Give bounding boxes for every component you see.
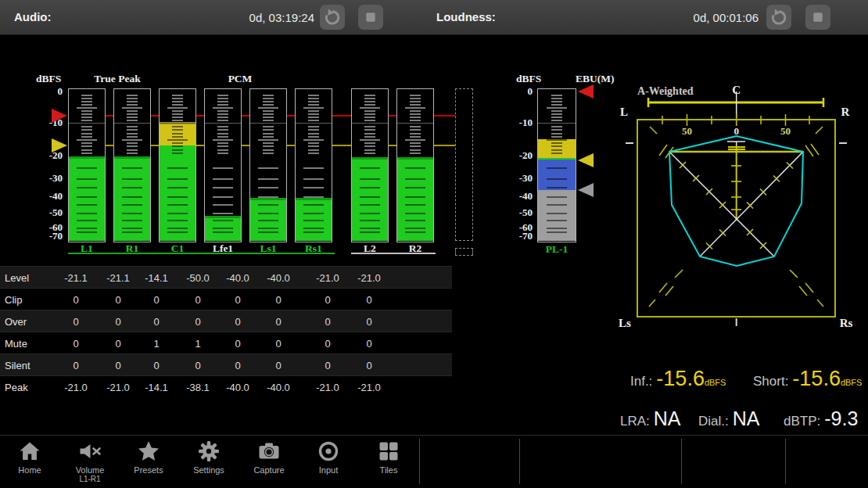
scale-tick: [217, 142, 228, 144]
toolbar-item-settings[interactable]: Settings: [181, 439, 236, 475]
scale-tick: [308, 136, 319, 138]
scale-tick: [114, 123, 150, 124]
meter-column-Ls1: [249, 88, 287, 242]
scale-tick: [360, 231, 380, 233]
toolbar-item-volume[interactable]: VolumeL1-R1: [63, 439, 117, 483]
scale-tick: [410, 149, 421, 151]
scale-tick: [547, 231, 567, 233]
dialog-label: Dial.:: [698, 414, 729, 429]
scale-tick: [172, 136, 183, 138]
scale-tick: [263, 152, 274, 154]
scale-tick: [213, 167, 233, 169]
scale-tick: [551, 145, 562, 147]
scale-tick: [160, 123, 195, 124]
scale-tick: [172, 113, 183, 115]
scale-tick: [81, 117, 92, 118]
scale-tick: [360, 167, 380, 169]
toolbar-item-home[interactable]: Home: [2, 439, 57, 475]
scale-tick: [217, 110, 228, 112]
scale-tick: [172, 142, 183, 144]
scale-tick: [205, 123, 241, 124]
stats-cell: 0: [257, 316, 299, 328]
scale-tick: [405, 196, 425, 198]
scale-tick: [172, 101, 183, 102]
stats-cell: -50.0: [177, 272, 219, 284]
bottom-toolbar: HomeVolumeL1-R1PresetsSettingsCaptureInp…: [0, 435, 868, 488]
scale-tick: [364, 98, 375, 99]
dbtp-value: -9.3: [824, 407, 858, 430]
meter-scale-label: -50: [23, 206, 63, 219]
scale-tick: [217, 98, 228, 99]
scale-tick: [127, 142, 138, 144]
loudness-scale-label: -40: [500, 190, 533, 203]
scale-tick: [263, 117, 274, 118]
scale-tick: [263, 126, 274, 127]
right-surround-label: Rs: [840, 317, 853, 329]
scale-tick: [263, 142, 274, 144]
scale-tick: [410, 126, 421, 127]
stats-cell: 0: [97, 338, 139, 350]
toolbar-separator: [419, 439, 420, 484]
scale-tick: [308, 142, 319, 144]
meter-column-Lfe1: [204, 88, 242, 242]
stats-row-label: Over: [5, 316, 27, 328]
scale-tick: [127, 104, 138, 106]
scale-tick: [263, 101, 274, 102]
stats-cell: 0: [217, 338, 259, 350]
scale-tick: [77, 196, 97, 198]
scale-tick: [303, 107, 324, 109]
prism-audio-screen: Audio: 0d, 03:19:24 Loudness: 0d, 00:01:…: [0, 0, 868, 488]
scale-tick: [308, 149, 319, 151]
bar-peak-cap: [205, 216, 241, 218]
scale-tick: [213, 204, 233, 206]
scale-tick: [551, 104, 562, 106]
scale-tick: [263, 149, 274, 151]
scale-tick: [308, 101, 319, 102]
stats-cell: 0: [135, 360, 178, 371]
scale-tick: [547, 220, 567, 221]
scale-tick: [364, 145, 375, 147]
stats-cell: -21.0: [55, 382, 97, 393]
channel-label-L2: L2: [351, 242, 389, 255]
scale-tick: [303, 178, 324, 180]
scale-tick: [81, 129, 92, 131]
stats-cell: 0: [348, 338, 390, 350]
toolbar-item-tiles[interactable]: Tiles: [361, 439, 416, 475]
short-value: -15.6: [792, 367, 841, 391]
scale-tick: [127, 113, 138, 115]
scale-tick: [364, 113, 375, 115]
scale-tick: [81, 142, 92, 144]
scale-tick: [303, 167, 324, 169]
scale-tick: [303, 220, 324, 221]
scale-tick: [213, 228, 233, 229]
scale-tick: [303, 213, 324, 214]
scale-tick: [308, 126, 319, 127]
short-label: Short:: [753, 374, 788, 389]
scale-tick: [410, 110, 421, 112]
scale-tick: [263, 133, 274, 135]
stats-row-label: Peak: [5, 382, 28, 393]
scale-tick: [217, 104, 228, 106]
scale-tick: [551, 133, 562, 135]
toolbar-item-presets[interactable]: Presets: [121, 439, 176, 475]
loudness-marker-gray: [578, 183, 594, 197]
scale-tick: [127, 152, 138, 154]
scale-tick: [77, 178, 97, 180]
stats-cell: 0: [257, 294, 299, 306]
scale-tick: [308, 113, 319, 115]
scale-tick: [410, 129, 421, 131]
scale-tick: [172, 110, 183, 112]
stats-row-peak: Peak-21.0-21.0-14.1-38.1-40.0-40.0-21.0-…: [0, 375, 452, 398]
toolbar-item-capture[interactable]: Capture: [242, 439, 296, 475]
stats-cell: 0: [257, 360, 299, 371]
scale-tick: [547, 139, 567, 141]
loudness-scale-label: -20: [500, 149, 533, 162]
stats-cell: 0: [348, 294, 390, 306]
stats-cell: 1: [135, 338, 178, 350]
stats-cell: -14.1: [135, 382, 178, 393]
stats-cell: 0: [97, 360, 139, 371]
scale-tick: [364, 133, 375, 135]
toolbar-item-input[interactable]: Input: [301, 439, 356, 475]
stats-row-silent: Silent00000000: [0, 353, 452, 376]
scale-tick: [172, 95, 183, 96]
